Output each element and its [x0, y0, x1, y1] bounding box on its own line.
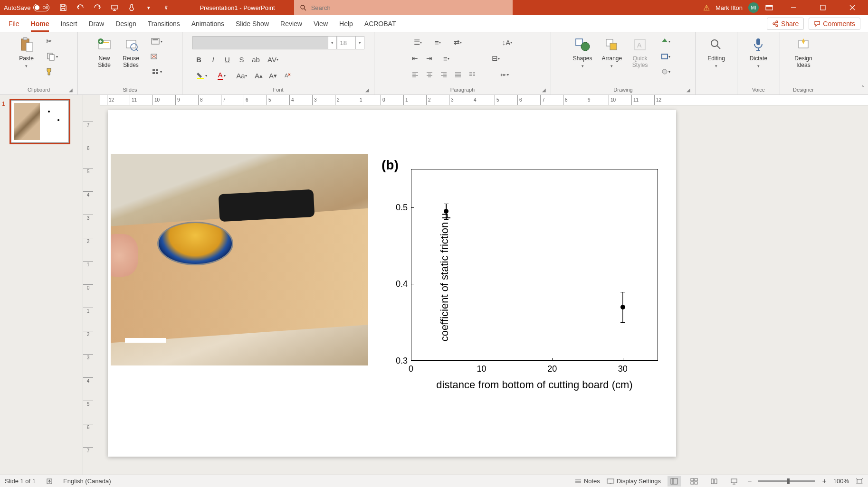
align-center-icon[interactable] — [423, 68, 436, 81]
clear-formatting-icon[interactable]: A — [281, 69, 294, 82]
normal-view-icon[interactable] — [668, 476, 681, 487]
tab-view[interactable]: View — [308, 15, 334, 32]
layout-icon[interactable]: ▾ — [147, 35, 166, 47]
comments-button[interactable]: Comments — [809, 18, 860, 30]
chart-panel-b[interactable]: coefficient of static friction μₛ distan… — [382, 161, 669, 389]
language-indicator[interactable]: English (Canada) — [63, 478, 111, 485]
undo-icon[interactable] — [76, 3, 85, 12]
tab-acrobat[interactable]: ACROBAT — [359, 15, 402, 32]
reset-icon[interactable] — [147, 50, 161, 63]
font-name-combo[interactable] — [192, 36, 328, 49]
paste-button[interactable]: Paste ▾ — [14, 34, 39, 70]
zoom-out-button[interactable]: − — [747, 477, 752, 486]
columns-icon[interactable] — [466, 68, 479, 81]
italic-icon[interactable]: I — [207, 53, 220, 66]
redo-icon[interactable] — [93, 3, 102, 12]
search-box[interactable] — [294, 0, 513, 15]
tab-insert[interactable]: Insert — [55, 15, 83, 32]
justify-icon[interactable] — [451, 68, 465, 81]
tab-transitions[interactable]: Transitions — [142, 15, 186, 32]
character-spacing-icon[interactable]: AV ▾ — [264, 53, 283, 66]
align-left-icon[interactable] — [409, 68, 422, 81]
reading-view-icon[interactable] — [707, 476, 721, 487]
zoom-level[interactable]: 100% — [833, 478, 849, 485]
slide-sorter-view-icon[interactable] — [687, 476, 701, 487]
highlight-color-icon[interactable]: ▾ — [192, 69, 211, 82]
font-color-icon[interactable]: A▾ — [212, 69, 231, 82]
touch-mode-icon[interactable] — [127, 3, 136, 12]
strikethrough-icon[interactable]: ab — [249, 53, 263, 66]
section-icon[interactable]: ▾ — [147, 66, 166, 78]
copy-icon[interactable]: ▾ — [43, 50, 62, 63]
autosave-switch[interactable]: Off — [33, 4, 49, 11]
qat-customize-icon[interactable]: ⊽ — [162, 3, 170, 12]
tab-file[interactable]: File — [3, 15, 25, 32]
list-level-icon[interactable]: ⇄ ▾ — [448, 36, 467, 48]
zoom-slider[interactable] — [758, 480, 815, 482]
decrease-indent-icon[interactable]: ⇤ — [409, 52, 422, 65]
share-button[interactable]: Share — [767, 18, 804, 30]
minimize-button[interactable] — [780, 0, 807, 15]
warning-icon[interactable]: ⚠ — [703, 3, 710, 12]
design-ideas-button[interactable]: Design Ideas — [791, 34, 816, 70]
slide-thumbnail-1[interactable] — [10, 99, 70, 144]
dialog-launcher-icon[interactable]: ◢ — [69, 87, 73, 93]
shapes-button[interactable]: Shapes ▾ — [569, 34, 596, 70]
tab-help[interactable]: Help — [334, 15, 359, 32]
maximize-button[interactable] — [809, 0, 837, 15]
notes-button[interactable]: Notes — [575, 478, 600, 485]
change-case-icon[interactable]: Aa ▾ — [232, 69, 251, 82]
align-right-icon[interactable] — [437, 68, 450, 81]
user-avatar[interactable]: MI — [748, 2, 759, 13]
align-text-icon[interactable]: ⊟ ▾ — [486, 52, 506, 65]
underline-icon[interactable]: U — [221, 53, 234, 66]
new-slide-button[interactable]: New Slide — [92, 34, 117, 70]
tab-home[interactable]: Home — [25, 15, 55, 32]
tab-animations[interactable]: Animations — [186, 15, 230, 32]
ribbon-display-options-icon[interactable] — [761, 0, 778, 15]
shape-effects-icon[interactable]: ▾ — [656, 66, 675, 78]
shape-fill-icon[interactable]: ▾ — [656, 35, 675, 47]
increase-indent-icon[interactable]: ⇥ — [423, 52, 436, 65]
shadow-icon[interactable]: S — [235, 53, 248, 66]
dialog-launcher-icon[interactable]: ◢ — [687, 87, 690, 93]
shape-outline-icon[interactable]: ▾ — [656, 50, 675, 63]
display-settings-button[interactable]: Display Settings — [607, 478, 661, 485]
collapse-ribbon-icon[interactable]: ˄ — [861, 85, 864, 92]
arrange-button[interactable]: Arrange ▾ — [598, 34, 626, 70]
autosave-toggle[interactable]: AutoSave Off — [0, 4, 53, 11]
slideshow-view-icon[interactable] — [727, 476, 741, 487]
slide-canvas-area[interactable]: (a) (b) coefficient of static friction μ… — [100, 105, 868, 475]
increase-font-icon[interactable]: A▴ — [252, 69, 266, 82]
qat-more-icon[interactable]: ▾ — [144, 3, 153, 12]
decrease-font-icon[interactable]: A▾ — [267, 69, 280, 82]
close-button[interactable] — [839, 0, 866, 15]
save-icon[interactable] — [59, 3, 67, 12]
slide[interactable]: (a) (b) coefficient of static friction μ… — [108, 110, 676, 457]
smartart-icon[interactable]: ⬰ ▾ — [495, 68, 514, 81]
slide-indicator[interactable]: Slide 1 of 1 — [5, 478, 36, 485]
cut-icon[interactable]: ✂ — [43, 35, 56, 47]
editing-button[interactable]: Editing ▾ — [704, 34, 729, 70]
bullets-icon[interactable]: ☰ ▾ — [409, 36, 428, 48]
bold-icon[interactable]: B — [192, 53, 206, 66]
font-name-dropdown-icon[interactable]: ▾ — [328, 36, 337, 49]
tab-review[interactable]: Review — [275, 15, 308, 32]
slide-thumbnail-panel[interactable]: 1 — [0, 95, 83, 475]
horizontal-ruler[interactable]: 1211109876543210123456789101112 — [100, 95, 868, 105]
text-direction-icon[interactable]: ↕A ▾ — [498, 36, 517, 48]
line-spacing-icon[interactable]: ≡ ▾ — [437, 52, 456, 65]
numbering-icon[interactable]: ≡ ▾ — [429, 36, 448, 48]
dictate-button[interactable]: Dictate ▾ — [746, 34, 771, 70]
font-size-dropdown-icon[interactable]: ▾ — [356, 36, 364, 49]
search-input[interactable] — [311, 4, 507, 11]
tab-slideshow[interactable]: Slide Show — [230, 15, 275, 32]
photo-panel-a[interactable] — [111, 154, 368, 365]
user-name[interactable]: Mark Ilton — [715, 4, 743, 11]
accessibility-icon[interactable] — [46, 478, 53, 485]
reuse-slides-button[interactable]: Reuse Slides — [119, 34, 143, 70]
tab-draw[interactable]: Draw — [83, 15, 110, 32]
format-painter-icon[interactable] — [43, 66, 56, 78]
dialog-launcher-icon[interactable]: ◢ — [542, 87, 546, 93]
tab-design[interactable]: Design — [110, 15, 142, 32]
